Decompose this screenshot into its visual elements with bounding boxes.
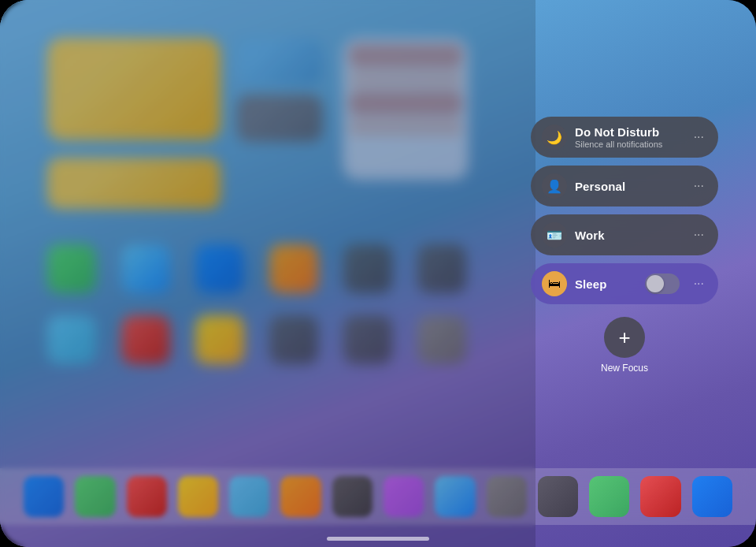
sleep-text: Sleep (575, 277, 634, 291)
personal-icon-wrap: 👤 (542, 173, 567, 199)
focus-item-do-not-disturb[interactable]: 🌙 Do Not Disturb Silence all notificatio… (531, 117, 718, 158)
dnd-title: Do Not Disturb (575, 125, 683, 139)
dock-app-12[interactable] (589, 476, 629, 517)
sleep-toggle-knob (647, 275, 664, 292)
work-icon: 🪪 (547, 228, 562, 243)
sleep-icon-wrap: 🛏 (542, 271, 567, 296)
person-icon: 👤 (547, 179, 562, 194)
focus-item-personal[interactable]: 👤 Personal ··· (531, 166, 718, 207)
dnd-text: Do Not Disturb Silence all notifications (575, 125, 683, 149)
sleep-title: Sleep (575, 277, 634, 291)
work-text: Work (575, 229, 683, 242)
dock-app-14[interactable] (692, 476, 732, 517)
focus-item-work[interactable]: 🪪 Work ··· (531, 214, 718, 255)
new-focus-label: New Focus (601, 363, 648, 374)
ipad-frame: 🌙 Do Not Disturb Silence all notificatio… (0, 0, 756, 547)
focus-item-sleep[interactable]: 🛏 Sleep ··· (531, 263, 718, 304)
personal-title: Personal (575, 180, 683, 193)
plus-icon: + (618, 326, 630, 350)
moon-icon: 🌙 (547, 130, 562, 145)
bed-icon: 🛏 (548, 277, 561, 291)
sleep-toggle-pill[interactable] (645, 274, 680, 294)
focus-panel: 🌙 Do Not Disturb Silence all notificatio… (531, 117, 718, 374)
sleep-more-button[interactable]: ··· (691, 274, 707, 294)
work-more-button[interactable]: ··· (691, 225, 707, 245)
new-focus-section: + New Focus (531, 317, 718, 374)
new-focus-button[interactable]: + (604, 317, 645, 358)
sleep-toggle-area (645, 274, 680, 294)
work-title: Work (575, 229, 683, 242)
personal-text: Personal (575, 180, 683, 193)
dnd-subtitle: Silence all notifications (575, 140, 683, 149)
dim-overlay (0, 0, 536, 547)
work-icon-wrap: 🪪 (542, 222, 567, 247)
home-indicator (327, 537, 429, 541)
dnd-icon-wrap: 🌙 (542, 125, 567, 150)
dnd-more-button[interactable]: ··· (691, 127, 707, 147)
dock-app-11[interactable] (538, 476, 578, 517)
personal-more-button[interactable]: ··· (691, 176, 707, 196)
dock-app-13[interactable] (640, 476, 680, 517)
